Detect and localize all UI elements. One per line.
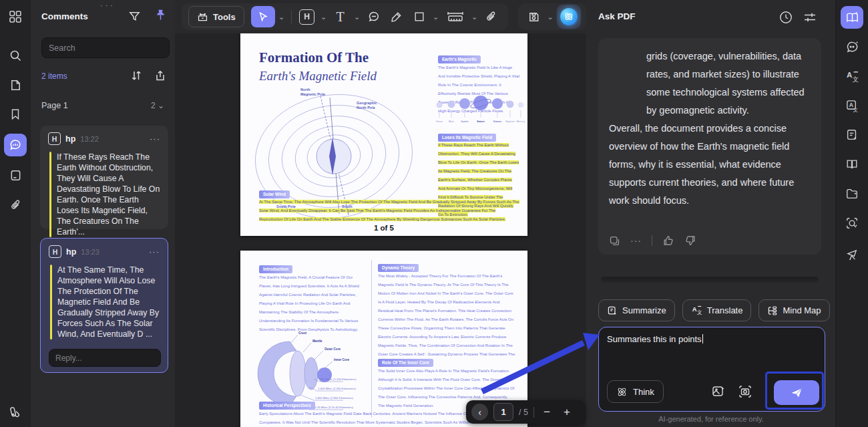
svg-text:Venus: Venus — [436, 120, 443, 123]
select-tool-chevron-icon[interactable]: ⌄ — [278, 13, 286, 21]
comment-card-selected[interactable]: H hp 13:23 ··· At The Same Time, The Atm… — [40, 238, 168, 373]
ai-folder-icon[interactable] — [841, 182, 863, 205]
comment-quote: If These Rays Reach The Earth Without Ob… — [57, 152, 160, 237]
svg-text:Crust: Crust — [298, 331, 306, 335]
more-actions-icon[interactable]: ··· — [630, 235, 642, 246]
theme-palette-icon[interactable] — [4, 401, 27, 424]
section-badge: Introduction — [259, 265, 292, 273]
attachments-icon[interactable] — [4, 194, 27, 217]
export-icon[interactable] — [154, 69, 167, 82]
comment-tool-button[interactable] — [364, 6, 384, 27]
comments-icon[interactable] — [4, 134, 27, 156]
measure-tool-button[interactable] — [443, 6, 468, 27]
document-viewport[interactable]: Formation Of The Earth's Magnetic Field … — [175, 33, 586, 427]
ai-response-bullet-continuation: grids (coverage, vulnerabilities, data r… — [646, 47, 811, 120]
apps-grid-icon[interactable] — [4, 5, 27, 28]
svg-text:1,800 Miles (2,900 Kilometers): 1,800 Miles (2,900 Kilometers) — [315, 396, 353, 400]
left-icon-rail — [0, 0, 31, 427]
actions-divider — [652, 235, 652, 246]
ai-chat-icon[interactable] — [841, 35, 863, 58]
tools-button[interactable]: Tools — [188, 6, 244, 27]
highlight-tool-icon: H — [49, 245, 61, 258]
svg-text:Geographic: Geographic — [357, 101, 377, 105]
copy-icon[interactable] — [609, 235, 620, 247]
attach-tool-button[interactable] — [481, 6, 501, 27]
summarize-button[interactable]: Summarize — [598, 299, 675, 321]
panel-drag-handle[interactable]: ··· — [100, 1, 116, 9]
select-tool-button[interactable] — [251, 6, 275, 27]
zoom-in-button[interactable]: + — [560, 406, 574, 419]
svg-text:Outer Core: Outer Core — [324, 347, 341, 351]
reader-book-icon[interactable] — [841, 153, 863, 176]
text-tool-chevron-icon[interactable]: ⌄ — [353, 13, 361, 21]
search-icon[interactable] — [4, 44, 27, 67]
app-window: ··· Comments 2 items Page 1 2 ⌄ H hp 13:… — [0, 0, 868, 427]
translate-text-icon[interactable]: A文 — [841, 65, 863, 88]
section-badge: Dynamo Theory — [378, 264, 419, 272]
translate-page-icon[interactable]: A文 — [841, 94, 863, 117]
page-indicator-label: 1 of 5 — [240, 224, 527, 232]
screenshot-camera-icon[interactable] — [738, 384, 752, 399]
mind-map-button[interactable]: Mind Map — [758, 299, 829, 321]
previous-page-button[interactable]: ‹ — [471, 404, 488, 420]
current-page-input[interactable]: 1 — [493, 403, 513, 421]
svg-text:Uranus: Uranus — [493, 120, 501, 123]
reply-input[interactable] — [49, 349, 161, 367]
zoom-out-button[interactable]: − — [539, 406, 554, 419]
comment-time: 13:23 — [81, 248, 99, 256]
thumbs-down-icon[interactable] — [684, 235, 696, 247]
comments-group-label[interactable]: Page 1 — [41, 101, 68, 110]
pin-icon[interactable] — [154, 8, 168, 22]
send-button[interactable] — [774, 380, 819, 405]
quick-action-chips: Summarize A文 Translate Mind Map — [598, 299, 830, 321]
comment-author: hp — [65, 134, 75, 144]
save-chevron-icon[interactable]: ⌄ — [546, 13, 554, 21]
insert-image-icon[interactable] — [711, 384, 726, 399]
sort-icon[interactable] — [130, 69, 143, 82]
section-text: The Earth's Magnetic Field, A Crucial Fe… — [259, 273, 366, 334]
ask-input-value[interactable]: Summaries this in points — [607, 334, 703, 344]
comment-menu-icon[interactable]: ··· — [149, 247, 160, 257]
shape-tool-chevron-icon[interactable]: ⌄ — [432, 13, 440, 21]
ai-search-icon[interactable] — [841, 212, 863, 235]
toolbox-icon — [197, 11, 208, 23]
filter-icon[interactable] — [128, 10, 141, 23]
think-toggle-button[interactable]: Think — [607, 380, 664, 403]
svg-text:文: 文 — [852, 76, 859, 83]
translate-button[interactable]: A文 Translate — [682, 299, 752, 321]
ruler-icon — [447, 11, 464, 23]
highlight-tool-chevron-icon[interactable]: ⌄ — [320, 13, 328, 21]
text-tool-button[interactable]: T — [331, 6, 351, 27]
summarize-doc-icon[interactable] — [841, 124, 863, 146]
shape-tool-button[interactable] — [409, 6, 429, 27]
ai-disclaimer: AI-generated, for reference only. — [586, 415, 836, 423]
atom-icon — [616, 386, 628, 398]
comment-card[interactable]: H hp 13:22 ··· If These Rays Reach The E… — [40, 126, 168, 229]
thumbs-up-icon[interactable] — [662, 235, 674, 247]
svg-text:A: A — [692, 306, 696, 313]
svg-text:Mars: Mars — [449, 120, 454, 123]
measure-tool-chevron-icon[interactable]: ⌄ — [471, 13, 479, 21]
comments-search-input[interactable] — [41, 37, 170, 58]
paperclip-icon — [485, 11, 497, 23]
history-icon[interactable] — [777, 9, 795, 26]
comment-menu-icon[interactable]: ··· — [150, 134, 160, 144]
ask-input-box[interactable]: Summaries this in points Think — [598, 327, 825, 412]
comments-panel-title: Comments — [41, 11, 88, 21]
bookmarks-icon[interactable] — [4, 103, 27, 126]
settings-sliders-icon[interactable] — [801, 9, 819, 26]
save-icon — [527, 11, 540, 23]
comments-count: 2 items — [41, 72, 67, 81]
pages-icon[interactable] — [4, 74, 27, 96]
rectangle-icon — [413, 11, 425, 23]
save-button[interactable] — [523, 6, 544, 27]
ask-pdf-book-icon[interactable] — [841, 6, 863, 29]
annotations-icon[interactable] — [4, 164, 27, 186]
ai-assistant-button[interactable] — [557, 5, 581, 29]
share-feedback-icon[interactable] — [841, 243, 863, 266]
highlight-tool-button[interactable]: H — [297, 6, 317, 27]
comment-quote: At The Same Time, The Atmosphere Will Al… — [57, 265, 160, 339]
pen-tool-button[interactable] — [387, 6, 407, 27]
comments-group-count[interactable]: 2 ⌄ — [151, 101, 164, 110]
svg-text:A: A — [846, 71, 851, 79]
